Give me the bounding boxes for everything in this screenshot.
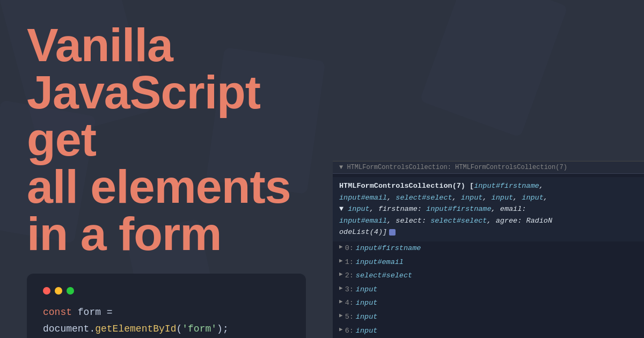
console-panel: ▼ HTMLFormControlsCollection: HTMLFormCo… (333, 161, 644, 338)
window-controls (43, 287, 290, 295)
page-title: Vanilla JavaScript get all elements in a… (27, 21, 338, 258)
expand-icon[interactable] (389, 229, 396, 236)
console-top-bar: ▼ HTMLFormControlsCollection: HTMLFormCo… (333, 161, 644, 174)
code-block: const form = document.getElementById('fo… (27, 274, 306, 338)
console-item-6: ▶ 6: input (333, 324, 644, 338)
close-dot (43, 287, 50, 295)
console-item-1: ▶ 1: input#email (333, 255, 644, 269)
code-line-1: const form = document.getElementById('fo… (43, 304, 290, 337)
console-item-3: ▶ 3: input (333, 283, 644, 297)
console-item-0: ▶ 0: input#firstname (333, 241, 644, 255)
code-content: const form = document.getElementById('fo… (43, 304, 290, 338)
console-item-2: ▶ 2: select#select (333, 269, 644, 283)
console-collection-summary: HTMLFormControlsCollection(7) [input#fir… (333, 177, 644, 241)
console-item-5: ▶ 5: input (333, 310, 644, 324)
maximize-dot (67, 287, 74, 295)
console-output: HTMLFormControlsCollection(7) [input#fir… (333, 174, 644, 338)
console-item-4: ▶ 4: input (333, 296, 644, 310)
minimize-dot (55, 287, 62, 295)
